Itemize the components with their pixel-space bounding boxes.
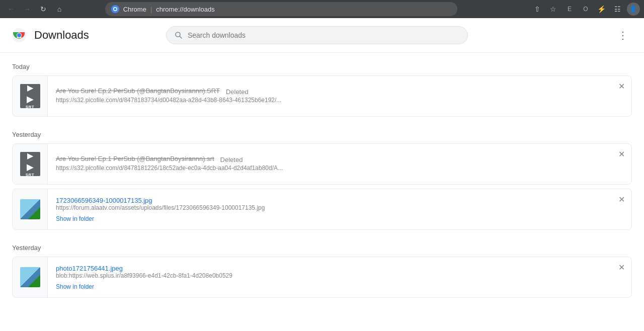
section-label: Yesterday	[12, 234, 632, 257]
tab-search-button[interactable]: ☷	[611, 2, 625, 16]
extension2-button[interactable]: O	[579, 2, 593, 16]
download-icon-wrap: ▶ SRT	[13, 76, 48, 116]
download-icon-wrap	[13, 189, 48, 229]
extensions-button[interactable]: ⚡	[595, 2, 609, 16]
download-icon-wrap	[13, 257, 48, 297]
forward-button[interactable]: →	[20, 2, 34, 16]
download-filename: Are You Sure! Ep.2 PerSub (@BangtanBoysi…	[56, 87, 220, 95]
downloads-page: Downloads ⋮ Today ▶ SRT Are You Sure! Ep…	[0, 18, 644, 331]
back-button[interactable]: ←	[4, 2, 18, 16]
download-item: photo1721756441.jpegblob:https://web.spl…	[12, 257, 632, 298]
download-item: ▶ SRT Are You Sure! Ep.2 PerSub (@Bangta…	[12, 75, 632, 117]
chrome-favicon-icon	[111, 5, 119, 13]
srt-file-icon: ▶ SRT	[20, 152, 40, 176]
browser-name-label: Chrome	[123, 6, 146, 13]
svg-point-2	[114, 8, 116, 11]
download-name-row: Are You Sure! Ep.2 PerSub (@BangtanBoysi…	[56, 87, 623, 97]
download-item: ▶ SRT Are You Sure! Ep.1 PerSub (@Bangta…	[12, 143, 632, 185]
download-info: photo1721756441.jpegblob:https://web.spl…	[48, 259, 631, 296]
browser-titlebar: ← → ↻ ⌂ Chrome | chrome://downloads ⇧ ☆ …	[0, 0, 644, 18]
download-name-row: Are You Sure! Ep.1 PerSub (@BangtanBoysi…	[56, 155, 623, 164]
address-url: chrome://downloads	[156, 6, 214, 13]
download-item: 1723066596349-1000017135.jpghttps://foru…	[12, 189, 632, 230]
search-icon	[175, 31, 183, 39]
page-header: Downloads ⋮	[0, 18, 644, 53]
download-filename: Are You Sure! Ep.1 PerSub (@BangtanBoysi…	[56, 155, 214, 162]
nav-buttons: ← → ↻ ⌂	[4, 2, 66, 16]
extension1-button[interactable]: E	[562, 2, 577, 16]
download-info: 1723066596349-1000017135.jpghttps://foru…	[48, 191, 631, 228]
remove-download-button[interactable]: ✕	[615, 261, 627, 273]
home-button[interactable]: ⌂	[52, 2, 66, 16]
share-button[interactable]: ⇧	[530, 2, 544, 16]
download-info: Are You Sure! Ep.1 PerSub (@BangtanBoysi…	[48, 149, 631, 180]
download-filename-link[interactable]: 1723066596349-1000017135.jpg	[56, 197, 152, 204]
svg-line-8	[180, 36, 182, 38]
downloads-content: Today ▶ SRT Are You Sure! Ep.2 PerSub (@…	[0, 53, 644, 314]
image-file-icon	[20, 267, 40, 287]
download-filename-link[interactable]: photo1721756441.jpeg	[56, 265, 123, 272]
show-in-folder-link[interactable]: Show in folder	[56, 283, 94, 290]
address-bar[interactable]: Chrome | chrome://downloads	[105, 2, 457, 16]
show-in-folder-link[interactable]: Show in folder	[56, 215, 94, 222]
profile-avatar[interactable]: 👤	[627, 3, 640, 16]
remove-download-button[interactable]: ✕	[615, 193, 627, 205]
deleted-badge: Deleted	[220, 156, 243, 163]
section-label: Today	[12, 53, 632, 75]
more-options-button[interactable]: ⋮	[614, 27, 632, 43]
download-url: https://s32.picofile.com/d/8478183734/d0…	[56, 97, 623, 104]
section-label: Yesterday	[12, 121, 632, 143]
reload-button[interactable]: ↻	[36, 2, 50, 16]
remove-download-button[interactable]: ✕	[615, 148, 627, 160]
srt-file-icon: ▶ SRT	[20, 84, 40, 108]
remove-download-button[interactable]: ✕	[615, 80, 627, 92]
bookmark-button[interactable]: ☆	[546, 2, 560, 16]
download-url: blob:https://web.splus.ir/a8f93966-e4d1-…	[56, 272, 623, 279]
download-url: https://s32.picofile.com/d/8478181226/18…	[56, 164, 623, 172]
svg-point-6	[17, 33, 21, 37]
download-url: https://forum.alaatv.com/assets/uploads/…	[56, 204, 623, 211]
search-bar[interactable]	[166, 26, 468, 44]
chrome-logo-icon	[12, 28, 26, 42]
download-icon-wrap: ▶ SRT	[13, 144, 48, 184]
image-file-icon	[20, 199, 40, 219]
search-input[interactable]	[188, 31, 459, 39]
url-separator: |	[150, 6, 152, 13]
deleted-badge: Deleted	[226, 88, 249, 96]
page-title: Downloads	[34, 29, 89, 42]
download-info: Are You Sure! Ep.2 PerSub (@BangtanBoysi…	[48, 81, 631, 112]
toolbar-icons: ⇧ ☆ E O ⚡ ☷ 👤	[530, 2, 640, 16]
